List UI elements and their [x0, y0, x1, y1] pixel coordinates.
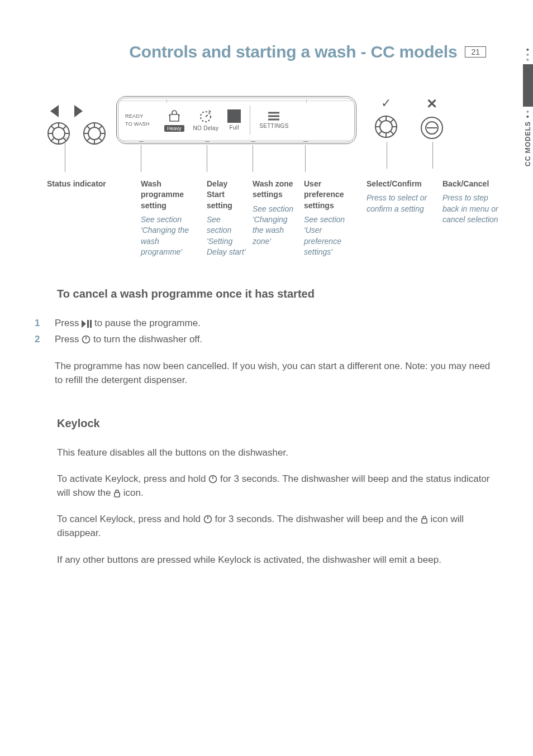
cancel-knob	[420, 116, 444, 140]
tab-dots-top: •••	[526, 47, 530, 62]
callout-delay-start: Delay Start setting See section 'Setting…	[207, 179, 253, 257]
callout-select-confirm: Select/Confirm Press to select or confir…	[367, 179, 442, 257]
full-zone-icon	[227, 109, 241, 123]
check-icon: ✓	[381, 96, 391, 111]
cancel-paragraph: The programme has now been cancelled. If…	[55, 359, 499, 387]
svg-line-31	[391, 131, 394, 135]
menu-icon	[266, 111, 281, 121]
play-pause-icon	[82, 320, 92, 328]
keylock-p3: To cancel Keylock, press and hold for 3 …	[57, 512, 499, 540]
lock-icon	[421, 515, 428, 524]
step-number-2: 2	[35, 332, 41, 386]
callout-back-cancel: Back/Cancel Press to step back in menu o…	[442, 179, 508, 257]
page-title: Controls and starting a wash - CC models	[129, 42, 457, 61]
svg-line-17	[99, 138, 102, 141]
svg-point-11	[88, 127, 101, 140]
callout-wash-programme: Wash programme setting See section 'Chan…	[141, 179, 207, 257]
display-full-label: Full	[230, 125, 239, 131]
svg-line-33	[378, 131, 382, 135]
right-arrow-icon	[74, 105, 83, 117]
power-icon	[82, 335, 91, 344]
callout-wash-zone: Wash zone settings See section 'Changing…	[253, 179, 304, 257]
confirm-knob	[374, 115, 398, 138]
left-button-knob	[47, 122, 70, 145]
svg-line-9	[51, 138, 54, 141]
display-heavy-label: Heavy	[164, 125, 184, 132]
tab-label: CC MODELS	[524, 121, 532, 166]
display-ready-line1: READY	[125, 113, 144, 119]
svg-line-30	[378, 119, 382, 122]
control-panel-diagram: READY TO WASH Heavy NO Delay Full	[0, 96, 533, 257]
svg-line-6	[51, 126, 54, 129]
cancel-heading: To cancel a wash programme once it has s…	[57, 288, 499, 300]
clock-icon	[198, 109, 213, 123]
svg-line-18	[99, 126, 102, 129]
tab-bar	[523, 64, 533, 107]
display-ready-line2: TO WASH	[125, 121, 150, 127]
step-number-1: 1	[35, 316, 41, 330]
svg-line-8	[63, 126, 66, 129]
keylock-p1: This feature disables all the buttons on…	[57, 446, 499, 460]
display-delay-label: NO Delay	[193, 125, 219, 131]
x-icon: ✕	[426, 96, 437, 112]
display-panel: READY TO WASH Heavy NO Delay Full	[116, 96, 356, 144]
leader-lines	[0, 145, 514, 179]
keylock-p4: If any other buttons are pressed while K…	[57, 553, 499, 567]
left-arrow-icon	[50, 105, 59, 117]
svg-rect-39	[90, 320, 92, 328]
pot-icon	[166, 109, 182, 123]
power-icon	[208, 475, 217, 484]
callout-status-indicator: Status indicator	[47, 179, 141, 257]
callout-user-preference: User preference settings See section 'Us…	[304, 179, 367, 257]
step-1-text: Press to pause the programme.	[55, 316, 201, 330]
svg-line-32	[391, 119, 394, 122]
svg-rect-44	[115, 492, 120, 497]
section-thumb-tab: ••• •• CC MODELS	[523, 47, 533, 166]
svg-line-19	[87, 138, 90, 141]
svg-rect-38	[87, 320, 89, 328]
power-icon	[203, 515, 212, 524]
right-button-knob	[83, 122, 106, 145]
tab-dots-bottom: ••	[526, 109, 530, 119]
svg-marker-37	[82, 320, 86, 328]
svg-point-25	[380, 121, 392, 133]
display-separator	[250, 106, 250, 135]
svg-rect-47	[422, 519, 427, 523]
lock-icon	[113, 489, 121, 497]
keylock-heading: Keylock	[57, 417, 499, 430]
svg-line-16	[87, 126, 90, 129]
display-settings-label: SETTINGS	[259, 123, 288, 129]
page-number-box: 21	[465, 46, 486, 58]
step-2-text: Press to turn the dishwasher off.	[55, 332, 499, 346]
keylock-p2: To activate Keylock, press and hold for …	[57, 472, 499, 500]
